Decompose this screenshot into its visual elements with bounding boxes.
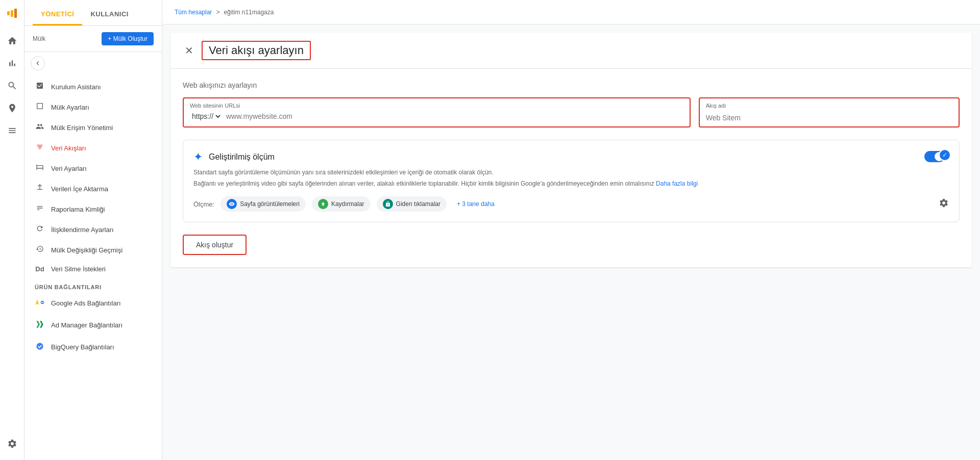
enhanced-header: ✦ Geliştirilmiş ölçüm ✓: [193, 150, 949, 164]
menu-label: Mülk Değişikliği Geçmişi: [51, 246, 122, 254]
menu-item-mulk-erisim[interactable]: Mülk Erişim Yönetimi: [24, 117, 158, 138]
close-button[interactable]: ✕: [183, 43, 195, 58]
enhanced-section: ✦ Geliştirilmiş ölçüm ✓ Standart sayfa g…: [183, 140, 960, 222]
product-links-label: ÜRÜN BAĞLANTILARI: [24, 278, 162, 292]
chip-sayfa-icon: [227, 199, 237, 209]
measurement-settings-gear[interactable]: [939, 198, 949, 211]
menu-label: Veri Ayarları: [51, 165, 87, 172]
menu-label: İlişkilendirme Ayarları: [51, 226, 114, 234]
veri-ayarlari-icon: [35, 163, 45, 173]
analytics-logo: [3, 4, 21, 22]
stream-name-group: Akış adı: [699, 97, 960, 127]
google-ads-icon: [35, 297, 45, 309]
menu-item-verileri-ice[interactable]: Verileri İçe Aktarma: [24, 178, 158, 199]
menu-item-iliskilendirme[interactable]: İlişkilendirme Ayarları: [24, 219, 158, 240]
menu-item-mulk-degisikligi[interactable]: Mülk Değişikliği Geçmişi: [24, 240, 158, 260]
menu-label: Kurulum Asistanı: [51, 83, 101, 91]
chip-giden: Giden tıklamalar: [377, 196, 447, 212]
menu-item-veri-ayarlari[interactable]: Veri Ayarları: [24, 158, 158, 178]
nav-advertising[interactable]: [2, 98, 22, 118]
create-stream-button[interactable]: Akış oluştur: [183, 235, 247, 255]
product-link-google-ads[interactable]: Google Ads Bağlantıları: [24, 292, 162, 314]
dialog-content: Web akışınızı ayarlayın Web sitesinin UR…: [170, 69, 972, 267]
sidebar-tabs: YÖNETİCİ KULLANICI: [33, 4, 154, 25]
mulk-degisikligi-icon: [35, 245, 45, 255]
enhanced-desc1: Standart sayfa görüntüleme ölçümünün yan…: [193, 168, 949, 177]
enhanced-icon: ✦: [193, 150, 203, 164]
tab-user[interactable]: KULLANICI: [82, 4, 137, 25]
enhanced-toggle[interactable]: ✓: [924, 151, 949, 163]
product-link-ad-manager[interactable]: Ad Manager Bağlantıları: [24, 314, 162, 336]
menu-item-veri-silme[interactable]: Dd Veri Silme İstekleri: [24, 260, 158, 278]
dialog-area: ✕ Veri akışı ayarlayın Web akışınızı aya…: [162, 24, 980, 460]
nav-home[interactable]: [2, 31, 22, 51]
veri-silme-icon: Dd: [35, 265, 45, 273]
sidebar-menu: Kurulum Asistanı Mülk Ayarları Mülk Eriş…: [24, 74, 162, 460]
stream-name-label: Akış adı: [706, 103, 952, 109]
chip-sayfa: Sayfa görüntülemeleri: [220, 196, 306, 212]
menu-item-mulk-ayarlari[interactable]: Mülk Ayarları: [24, 97, 158, 117]
menu-item-raporlama[interactable]: Raporlama Kimliği: [24, 199, 158, 219]
mulk-ayarlari-icon: [35, 102, 45, 112]
chip-giden-label: Giden tıklamalar: [396, 200, 440, 208]
breadcrumb-separator: >: [216, 9, 219, 16]
url-field-label: Web sitesinin URLsi: [190, 103, 683, 109]
enhanced-desc2: Bağlantı ve yerleştirilmiş video gibi sa…: [193, 179, 949, 188]
icon-nav: [0, 0, 24, 460]
breadcrumb-current: eğitim n11magaza: [224, 9, 274, 16]
nav-explore[interactable]: [2, 75, 22, 96]
chip-kaydirmalar-icon: [318, 199, 328, 209]
sidebar-header: YÖNETİCİ KULLANICI: [24, 0, 162, 26]
dialog-title-bar: ✕ Veri akışı ayarlayın: [170, 33, 972, 69]
menu-label: Verileri İçe Aktarma: [51, 185, 108, 193]
sidebar: YÖNETİCİ KULLANICI Mülk + Mülk Oluştur K…: [24, 0, 162, 460]
product-link-label: Google Ads Bağlantıları: [51, 299, 121, 307]
svg-point-1: [36, 343, 43, 349]
more-chips-link[interactable]: + 3 tane daha: [453, 198, 499, 210]
menu-item-veri-akislari[interactable]: Veri Akışları: [24, 138, 158, 158]
verileri-ice-icon: [35, 184, 45, 194]
enhanced-title: Geliştirilmiş ölçüm: [209, 152, 275, 162]
breadcrumb-all-accounts[interactable]: Tüm hesaplar: [175, 9, 212, 16]
product-link-bigquery[interactable]: BigQuery Bağlantıları: [24, 336, 162, 358]
dialog-panel: ✕ Veri akışı ayarlayın Web akışınızı aya…: [170, 33, 972, 267]
url-input-row: https://: [190, 112, 683, 121]
chip-kaydirmalar-label: Kaydırmalar: [331, 200, 364, 208]
menu-item-kurulum[interactable]: Kurulum Asistanı: [24, 76, 158, 97]
property-label: Mülk: [33, 35, 45, 42]
chip-giden-icon: [383, 199, 393, 209]
section-subtitle: Web akışınızı ayarlayın: [183, 81, 960, 89]
raporlama-icon: [35, 204, 45, 214]
url-input[interactable]: [226, 112, 683, 120]
menu-label: Veri Silme İstekleri: [51, 265, 106, 273]
tab-admin[interactable]: YÖNETİCİ: [33, 4, 82, 25]
nav-configure[interactable]: [2, 120, 22, 141]
enhanced-title-row: ✦ Geliştirilmiş ölçüm: [193, 150, 275, 164]
kurulum-icon: [35, 82, 45, 92]
bigquery-icon: [35, 341, 45, 353]
back-button[interactable]: [31, 56, 45, 70]
top-header: Tüm hesaplar > eğitim n11magaza: [162, 0, 980, 24]
more-link[interactable]: Daha fazla bilgi: [656, 180, 698, 187]
url-field-group: Web sitesinin URLsi https://: [183, 97, 691, 127]
nav-settings[interactable]: [2, 433, 22, 454]
menu-label: Mülk Ayarları: [51, 104, 89, 111]
dialog-title: Veri akışı ayarlayın: [202, 41, 311, 60]
menu-label: Mülk Erişim Yönetimi: [51, 124, 113, 132]
main-content: Tüm hesaplar > eğitim n11magaza ✕ Veri a…: [162, 0, 980, 460]
mulk-erisim-icon: [35, 122, 45, 133]
chip-sayfa-label: Sayfa görüntülemeleri: [240, 200, 300, 208]
menu-label: Veri Akışları: [51, 144, 86, 152]
url-stream-row: Web sitesinin URLsi https:// Akış adı: [183, 97, 960, 127]
measurement-label: Ölçme:: [193, 200, 214, 208]
iliskilendirme-icon: [35, 224, 45, 235]
protocol-select[interactable]: https://: [190, 112, 222, 121]
measurement-row: Ölçme: Sayfa görüntülemeleri Kaydırma: [193, 196, 949, 212]
nav-reports[interactable]: [2, 53, 22, 73]
veri-akislari-icon: [35, 143, 45, 153]
create-property-button[interactable]: + Mülk Oluştur: [102, 32, 154, 45]
menu-label: Raporlama Kimliği: [51, 206, 105, 213]
property-row: Mülk + Mülk Oluştur: [24, 26, 162, 52]
stream-name-input[interactable]: [706, 114, 952, 122]
product-link-label: Ad Manager Bağlantıları: [51, 321, 122, 329]
